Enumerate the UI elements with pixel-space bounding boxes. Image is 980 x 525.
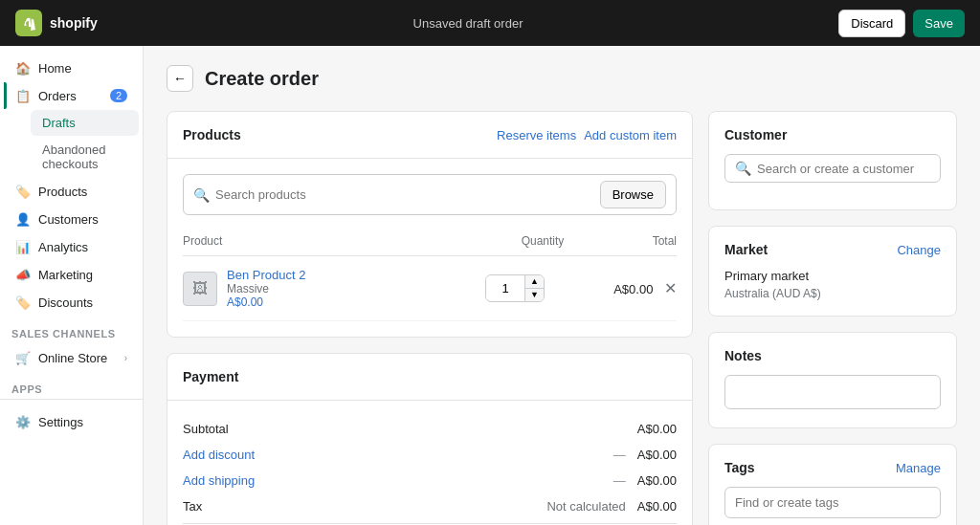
content-grid: Products Reserve items Add custom item 🔍… <box>167 111 957 525</box>
products-table-header: Product Quantity Total <box>183 227 677 256</box>
payment-card: Payment Subtotal A$0.00 Add discount — A… <box>167 353 693 525</box>
products-card-title: Products <box>183 127 241 142</box>
payment-row-tax: Tax Not calculated A$0.00 <box>183 493 677 519</box>
analytics-icon: 📊 <box>15 239 31 254</box>
topbar-actions: Discard Save <box>838 10 965 37</box>
payment-row-shipping: Add shipping — A$0.00 <box>183 468 677 493</box>
shipping-value: A$0.00 <box>637 473 677 488</box>
notes-card-title: Notes <box>724 348 941 363</box>
product-details: Ben Product 2 Massive A$0.00 <box>227 268 305 309</box>
topbar: shopify Unsaved draft order Discard Save <box>0 0 980 46</box>
product-search-bar: 🔍 Browse <box>183 174 677 215</box>
logo: shopify <box>15 10 98 36</box>
sidebar-item-home-label: Home <box>38 61 72 76</box>
chevron-right-icon: › <box>124 353 127 363</box>
discount-value: A$0.00 <box>637 448 677 462</box>
market-change-button[interactable]: Change <box>897 243 941 257</box>
sidebar-item-products[interactable]: 🏷️ Products <box>4 178 139 205</box>
sidebar-item-marketing[interactable]: 📣 Marketing <box>4 261 139 288</box>
product-variant: Massive <box>227 282 305 295</box>
draft-order-title: Unsaved draft order <box>413 16 523 31</box>
home-icon: 🏠 <box>15 60 31 76</box>
shopify-wordmark: shopify <box>50 15 98 31</box>
page-header: ← Create order <box>167 65 957 92</box>
add-discount-button[interactable]: Add discount <box>183 448 255 462</box>
product-thumbnail: 🖼 <box>183 272 217 306</box>
sidebar-item-orders-label: Orders <box>38 89 77 103</box>
add-custom-item-button[interactable]: Add custom item <box>584 128 677 142</box>
save-button[interactable]: Save <box>913 10 965 37</box>
customer-search-bar: 🔍 <box>724 154 941 183</box>
quantity-buttons: ▲ ▼ <box>524 275 544 301</box>
quantity-stepper[interactable]: ▲ ▼ <box>485 274 545 302</box>
product-item-price: A$0.00 <box>227 295 305 309</box>
tags-manage-button[interactable]: Manage <box>896 461 941 475</box>
sidebar-item-customers[interactable]: 👤 Customers <box>4 206 139 232</box>
tags-input[interactable] <box>724 487 941 518</box>
product-name[interactable]: Ben Product 2 <box>227 268 305 282</box>
table-row: 🖼 Ben Product 2 Massive A$0.00 <box>183 256 677 321</box>
subtotal-value: A$0.00 <box>637 422 677 436</box>
customer-card: Customer 🔍 <box>708 111 957 210</box>
products-card: Products Reserve items Add custom item 🔍… <box>167 111 693 338</box>
quantity-input[interactable] <box>486 277 524 299</box>
sidebar-item-marketing-label: Marketing <box>38 268 93 282</box>
browse-button[interactable]: Browse <box>600 181 666 208</box>
sidebar-item-abandoned-label: Abandoned checkouts <box>42 142 127 171</box>
orders-badge: 2 <box>110 89 127 102</box>
sidebar-item-drafts[interactable]: Drafts <box>31 110 139 136</box>
right-panel: Customer 🔍 Market Change Primary market … <box>708 111 957 525</box>
quantity-decrement-button[interactable]: ▼ <box>525 289 544 301</box>
product-info: 🖼 Ben Product 2 Massive A$0.00 <box>183 268 485 309</box>
tax-value: A$0.00 <box>637 499 677 514</box>
customer-search-icon: 🔍 <box>735 161 751 176</box>
add-shipping-button[interactable]: Add shipping <box>183 473 255 488</box>
sidebar-item-abandoned[interactable]: Abandoned checkouts <box>31 137 139 177</box>
discard-button[interactable]: Discard <box>838 10 905 37</box>
products-card-body: 🔍 Browse Product Quantity Total 🖼 <box>167 159 692 337</box>
sidebar-item-settings[interactable]: ⚙️ Settings <box>4 408 139 435</box>
tags-card: Tags Manage <box>708 444 957 525</box>
customers-icon: 👤 <box>15 211 31 227</box>
quantity-increment-button[interactable]: ▲ <box>525 275 544 289</box>
sidebar-item-discounts[interactable]: 🏷️ Discounts <box>4 289 139 316</box>
tax-label: Tax <box>183 499 202 514</box>
reserve-items-button[interactable]: Reserve items <box>497 128 576 142</box>
sidebar-item-products-label: Products <box>38 185 87 199</box>
notes-card: Notes <box>708 332 957 428</box>
payment-card-title: Payment <box>183 369 238 384</box>
sidebar-item-settings-label: Settings <box>38 415 83 429</box>
products-icon: 🏷️ <box>15 184 31 199</box>
sidebar-item-drafts-label: Drafts <box>42 116 76 130</box>
remove-product-button[interactable]: ✕ <box>664 279 677 297</box>
quantity-control: ▲ ▼ <box>485 274 600 302</box>
tags-card-title: Tags <box>724 460 755 475</box>
customer-search-input[interactable] <box>757 162 930 176</box>
payment-card-header: Payment <box>167 354 692 401</box>
back-button[interactable]: ← <box>167 65 193 92</box>
shopify-logo-icon <box>15 10 42 36</box>
market-card: Market Change Primary market Australia (… <box>708 226 957 317</box>
discount-dash: — <box>613 448 626 462</box>
customer-card-title: Customer <box>724 127 941 142</box>
sidebar-item-analytics[interactable]: 📊 Analytics <box>4 233 139 260</box>
page-title: Create order <box>205 68 319 90</box>
tags-card-header: Tags Manage <box>724 460 941 475</box>
left-column: Products Reserve items Add custom item 🔍… <box>167 111 693 525</box>
notes-input[interactable] <box>724 375 941 409</box>
products-card-actions: Reserve items Add custom item <box>497 128 677 142</box>
col-total-header: Total <box>600 234 677 248</box>
sidebar-item-home[interactable]: 🏠 Home <box>4 55 139 81</box>
sidebar-item-orders[interactable]: 📋 Orders 2 <box>4 82 139 109</box>
market-label: Primary market <box>724 269 941 283</box>
main-content: ← Create order Products Reserve items Ad… <box>144 46 980 525</box>
sales-channels-section-label: Sales channels <box>0 317 143 343</box>
marketing-icon: 📣 <box>15 267 31 282</box>
market-card-header: Market Change <box>724 242 941 257</box>
product-search-input[interactable] <box>215 187 594 202</box>
search-icon: 🔍 <box>193 187 210 203</box>
sidebar-item-online-store[interactable]: 🛒 Online Store › <box>4 344 139 371</box>
payment-row-subtotal: Subtotal A$0.00 <box>183 416 677 442</box>
sidebar-item-discounts-label: Discounts <box>38 295 93 310</box>
tax-note: Not calculated <box>546 499 625 514</box>
